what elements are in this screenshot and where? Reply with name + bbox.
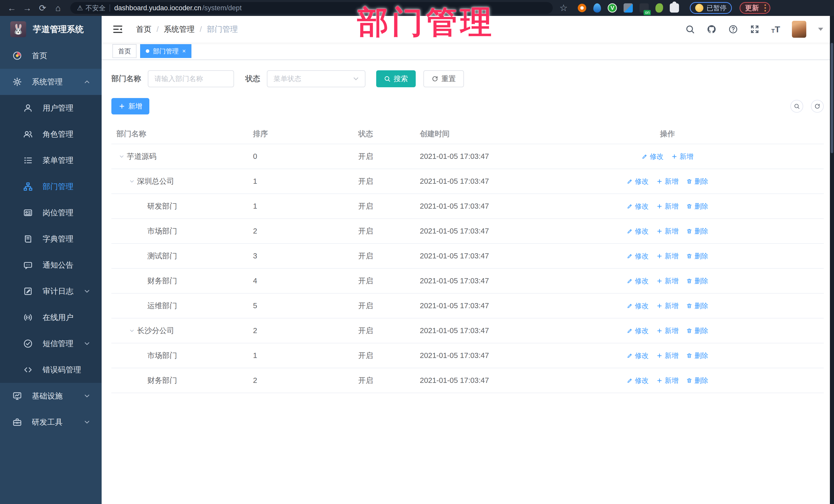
expand-arrow-icon[interactable] <box>127 326 137 336</box>
sidebar-item-通知公告[interactable]: 通知公告 <box>0 252 102 278</box>
table-row: 运维部门5开启2021-01-05 17:03:47修改新增删除 <box>111 293 824 319</box>
sidebar-item-在线用户[interactable]: 在线用户 <box>0 304 102 330</box>
tab-部门管理[interactable]: 部门管理× <box>140 44 192 58</box>
add-link[interactable]: 新增 <box>656 277 679 286</box>
github-icon[interactable] <box>707 24 717 34</box>
add-link[interactable]: 新增 <box>656 301 679 310</box>
reset-button[interactable]: 重置 <box>423 70 464 87</box>
user-avatar[interactable] <box>792 21 806 38</box>
actions-cell: 修改新增删除 <box>624 251 711 261</box>
sidebar-item-首页[interactable]: 首页 <box>0 43 102 69</box>
search-button[interactable]: 搜索 <box>376 70 416 87</box>
puzzle-extension-icon[interactable] <box>670 3 679 13</box>
scrollbar[interactable] <box>830 16 834 504</box>
add-link[interactable]: 新增 <box>656 226 679 236</box>
edit-link[interactable]: 修改 <box>627 376 649 385</box>
sidebar-item-错误码管理[interactable]: 错误码管理 <box>0 357 102 383</box>
grid-extension-icon[interactable] <box>623 3 633 13</box>
sidebar-item-label: 在线用户 <box>43 312 73 323</box>
edit-link[interactable]: 修改 <box>627 351 649 360</box>
sidebar-item-基础设施[interactable]: 基础设施 <box>0 383 102 409</box>
breadcrumb-home[interactable]: 首页 <box>136 24 151 35</box>
sidebar-item-审计日志[interactable]: 审计日志 <box>0 278 102 304</box>
delete-link[interactable]: 删除 <box>686 177 708 186</box>
search-icon[interactable] <box>685 24 695 34</box>
font-size-icon[interactable]: TT <box>771 24 780 35</box>
browser-menu-icon[interactable] <box>765 4 766 12</box>
bookmark-star-icon[interactable]: ☆ <box>559 3 568 13</box>
delete-link[interactable]: 删除 <box>686 277 708 286</box>
edit-link[interactable]: 修改 <box>641 152 664 161</box>
id-card-icon <box>23 208 33 218</box>
chevron-up-icon <box>83 78 91 86</box>
toggle-search-button[interactable] <box>790 100 803 113</box>
avatar-dropdown-caret-icon[interactable] <box>818 28 823 31</box>
browser-back-button[interactable]: ← <box>5 1 19 15</box>
help-icon[interactable] <box>728 24 738 34</box>
sidebar-item-岗位管理[interactable]: 岗位管理 <box>0 200 102 226</box>
dept-name-cell: 研发部门 <box>111 201 248 212</box>
add-button[interactable]: 新增 <box>111 98 149 114</box>
sidebar-item-label: 短信管理 <box>43 338 73 349</box>
sidebar-item-label: 部门管理 <box>43 181 73 192</box>
column-header: 操作 <box>624 129 711 139</box>
delete-link[interactable]: 删除 <box>686 301 708 310</box>
refresh-table-button[interactable] <box>811 100 824 113</box>
add-link[interactable]: 新增 <box>656 251 679 261</box>
security-warning[interactable]: ⚠ 不安全 <box>77 4 106 13</box>
sidebar-item-系统管理[interactable]: 系统管理 <box>0 69 102 95</box>
edit-link[interactable]: 修改 <box>627 277 649 286</box>
status-select[interactable]: 菜单状态 <box>267 70 366 87</box>
scrollbar-thumb[interactable] <box>831 43 833 153</box>
on-extension-icon[interactable] <box>639 3 649 13</box>
add-link[interactable]: 新增 <box>656 177 679 186</box>
sidebar-item-菜单管理[interactable]: 菜单管理 <box>0 147 102 174</box>
sidebar-item-研发工具[interactable]: 研发工具 <box>0 409 102 435</box>
browser-reload-button[interactable]: ⟳ <box>36 1 49 15</box>
add-link[interactable]: 新增 <box>656 202 679 211</box>
edit-link[interactable]: 修改 <box>627 326 649 335</box>
add-link[interactable]: 新增 <box>671 152 694 161</box>
sidebar-item-用户管理[interactable]: 用户管理 <box>0 95 102 121</box>
browser-forward-button[interactable]: → <box>21 1 34 15</box>
expand-arrow-icon[interactable] <box>116 151 127 162</box>
sidebar-item-短信管理[interactable]: 短信管理 <box>0 330 102 357</box>
gear-extension-icon[interactable] <box>577 3 587 13</box>
browser-home-button[interactable]: ⌂ <box>51 1 65 15</box>
edit-link[interactable]: 修改 <box>627 202 649 211</box>
sidebar-item-部门管理[interactable]: 部门管理 <box>0 174 102 200</box>
sidebar-toggle-icon[interactable] <box>112 24 123 35</box>
breadcrumb-system[interactable]: 系统管理 <box>164 24 195 35</box>
edit-link[interactable]: 修改 <box>627 226 649 236</box>
drop-extension-icon[interactable] <box>593 3 601 13</box>
greenv-extension-icon[interactable]: V <box>608 3 617 13</box>
tab-首页[interactable]: 首页 <box>112 44 136 58</box>
sidebar-item-字典管理[interactable]: 字典管理 <box>0 226 102 252</box>
edit-link[interactable]: 修改 <box>627 177 649 186</box>
actions-cell: 修改新增删除 <box>624 301 711 310</box>
delete-link[interactable]: 删除 <box>686 226 708 236</box>
add-link[interactable]: 新增 <box>656 326 679 335</box>
app-logo[interactable]: 🐰 芋道管理系统 <box>0 16 102 43</box>
expand-arrow-icon[interactable] <box>127 176 137 187</box>
status-cell: 开启 <box>353 351 415 361</box>
sidebar-item-角色管理[interactable]: 角色管理 <box>0 121 102 147</box>
tab-close-icon[interactable]: × <box>182 48 186 54</box>
dept-name-input[interactable] <box>148 70 234 87</box>
add-link[interactable]: 新增 <box>656 376 679 385</box>
fig-extension-icon[interactable] <box>655 3 663 13</box>
delete-link[interactable]: 删除 <box>686 202 708 211</box>
url-bar[interactable]: ⚠ 不安全 dashboard.yudao.iocoder.cn /system… <box>70 2 553 14</box>
edit-link[interactable]: 修改 <box>627 251 649 261</box>
browser-update-button[interactable]: 更新 <box>740 2 770 14</box>
delete-link[interactable]: 删除 <box>686 376 708 385</box>
indent-spacer <box>137 375 147 386</box>
fullscreen-icon[interactable] <box>750 24 760 34</box>
delete-link[interactable]: 删除 <box>686 351 708 360</box>
delete-link[interactable]: 删除 <box>686 326 708 335</box>
edit-link[interactable]: 修改 <box>627 301 649 310</box>
delete-link[interactable]: 删除 <box>686 251 708 261</box>
add-link[interactable]: 新增 <box>656 351 679 360</box>
actions-cell: 修改新增删除 <box>624 351 711 360</box>
profile-paused-badge[interactable]: 已暂停 <box>690 2 732 14</box>
